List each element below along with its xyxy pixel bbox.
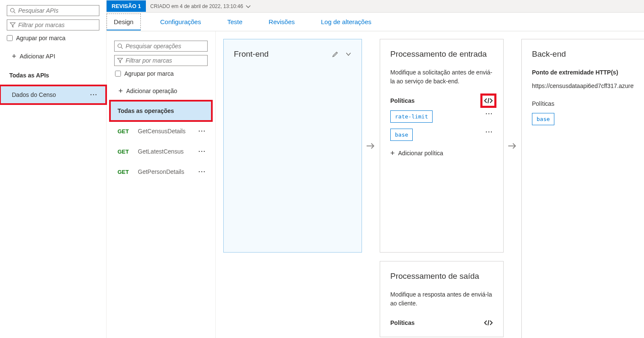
filter-apis-box[interactable]	[7, 19, 99, 30]
operation-name: GetLatestCensus	[138, 148, 191, 155]
filter-icon	[10, 22, 16, 28]
backend-endpoint-label: Ponto de extremidade HTTP(s)	[532, 69, 634, 76]
search-ops-box[interactable]	[114, 41, 208, 52]
add-operation-button[interactable]: + Adicionar operação	[110, 81, 212, 101]
svg-line-7	[488, 98, 489, 103]
filter-apis-input[interactable]	[18, 22, 96, 28]
operation-menu-icon[interactable]: ···	[198, 168, 206, 175]
outbound-policies-label: Políticas	[390, 319, 415, 326]
svg-line-4	[121, 47, 123, 49]
svg-line-8	[488, 320, 489, 325]
operation-item[interactable]: GET GetLatestCensus ···	[110, 141, 212, 162]
operation-menu-icon[interactable]: ···	[198, 148, 206, 155]
policy-tag[interactable]: rate-limit	[390, 110, 433, 123]
api-item-menu-icon[interactable]: ···	[90, 91, 98, 98]
svg-point-0	[11, 8, 14, 12]
revision-badge[interactable]: REVISÃO 1	[107, 0, 146, 12]
search-ops-input[interactable]	[126, 43, 205, 49]
ops-group-by-tag-label: Agrupar por marca	[124, 70, 174, 77]
operation-method: GET	[118, 128, 130, 135]
api-item-label: Dados do Censo	[12, 91, 56, 98]
inbound-card: Processamento de entrada Modifique a sol…	[380, 39, 504, 253]
api-list-sidebar: Agrupar por marca + Adicionar API Todas …	[0, 0, 107, 338]
edit-pencil-icon[interactable]	[332, 51, 339, 58]
backend-card: Back-end Ponto de extremidade HTTP(s) ht…	[521, 39, 644, 338]
tab-settings[interactable]: Configurações	[153, 14, 208, 30]
tab-revisions[interactable]: Revisões	[262, 14, 301, 30]
arrow-right-icon	[508, 142, 517, 150]
backend-endpoint-url: https://censusdataapi6ed7cff317.azurev	[532, 82, 634, 89]
group-by-tag-checkbox[interactable]	[7, 35, 13, 41]
operation-menu-icon[interactable]: ···	[198, 128, 206, 135]
tab-changelog[interactable]: Log de alterações	[314, 14, 378, 30]
processing-column: Processamento de entrada Modifique a sol…	[380, 39, 504, 337]
arrow-column	[365, 39, 376, 253]
search-apis-input[interactable]	[18, 7, 96, 14]
plus-icon: +	[118, 87, 123, 95]
code-editor-icon[interactable]	[484, 97, 493, 104]
outbound-card: Processamento de saída Modifique a respo…	[380, 261, 504, 337]
frontend-card: Front-end	[223, 39, 362, 253]
add-policy-label: Adicionar política	[398, 150, 444, 157]
frontend-title: Front-end	[234, 49, 269, 59]
svg-marker-5	[118, 58, 123, 63]
design-content: Agrupar por marca + Adicionar operação T…	[107, 31, 644, 338]
operation-method: GET	[118, 169, 130, 175]
operation-name: GetPersonDetails	[138, 168, 191, 175]
svg-line-1	[14, 12, 16, 14]
all-apis-header[interactable]: Todas as APIs	[0, 68, 106, 85]
outbound-desc: Modifique a resposta antes de enviá-la a…	[390, 290, 493, 308]
add-api-label: Adicionar API	[20, 53, 55, 60]
add-api-button[interactable]: + Adicionar API	[0, 47, 106, 68]
search-icon	[10, 8, 16, 14]
policy-tag[interactable]: base	[532, 113, 554, 125]
all-operations-item[interactable]: Todas as operações	[110, 101, 212, 121]
search-apis-box[interactable]	[7, 5, 99, 16]
filter-ops-box[interactable]	[114, 55, 208, 66]
filter-ops-input[interactable]	[126, 57, 205, 64]
inbound-policies-label: Políticas	[390, 97, 415, 104]
plus-icon: +	[390, 149, 395, 157]
group-by-tag-row: Agrupar por marca	[0, 32, 106, 47]
arrow-column	[507, 39, 518, 253]
operation-item[interactable]: GET GetCensusDetails ···	[110, 121, 212, 141]
inbound-title: Processamento de entrada	[390, 49, 493, 59]
api-item-selected[interactable]: Dados do Censo ···	[0, 85, 106, 104]
add-operation-label: Adicionar operação	[126, 88, 178, 94]
tab-bar: Design Configurações Teste Revisões Log …	[107, 13, 644, 31]
arrow-right-icon	[366, 142, 375, 150]
policy-menu-icon[interactable]: ···	[485, 129, 493, 135]
pipeline-cards: Front-end	[216, 31, 644, 338]
tab-test[interactable]: Teste	[220, 14, 249, 30]
operations-panel: Agrupar por marca + Adicionar operação T…	[107, 31, 216, 338]
ops-group-by-tag-checkbox[interactable]	[115, 71, 121, 77]
revision-created-label: CRIADO em 4 de abril de 2022, 13:10:46	[150, 3, 243, 9]
operation-method: GET	[118, 148, 130, 155]
tab-design[interactable]: Design	[107, 14, 141, 30]
search-icon	[117, 43, 123, 49]
policy-tag[interactable]: base	[390, 129, 413, 141]
operation-item[interactable]: GET GetPersonDetails ···	[110, 162, 212, 182]
revision-created-text[interactable]: CRIADO em 4 de abril de 2022, 13:10:46	[146, 3, 250, 9]
plus-icon: +	[12, 52, 16, 60]
add-policy-button[interactable]: + Adicionar política	[390, 149, 493, 157]
chevron-down-icon[interactable]	[345, 52, 351, 57]
main-panel: REVISÃO 1 CRIADO em 4 de abril de 2022, …	[107, 0, 644, 338]
group-by-tag-label: Agrupar por marca	[16, 35, 66, 41]
ops-group-by-tag-row: Agrupar por marca	[110, 68, 212, 81]
svg-marker-2	[10, 23, 15, 27]
policy-menu-icon[interactable]: ···	[485, 110, 493, 117]
code-editor-icon[interactable]	[484, 319, 493, 327]
revision-bar: REVISÃO 1 CRIADO em 4 de abril de 2022, …	[107, 0, 644, 13]
inbound-desc: Modifique a solicitação antes de enviá-l…	[390, 68, 493, 86]
chevron-down-icon	[246, 4, 251, 8]
outbound-title: Processamento de saída	[390, 272, 493, 281]
operation-name: GetCensusDetails	[138, 128, 191, 135]
backend-policies-label: Políticas	[532, 100, 634, 107]
backend-title: Back-end	[532, 49, 634, 59]
filter-icon	[117, 58, 123, 63]
svg-point-3	[118, 44, 122, 48]
